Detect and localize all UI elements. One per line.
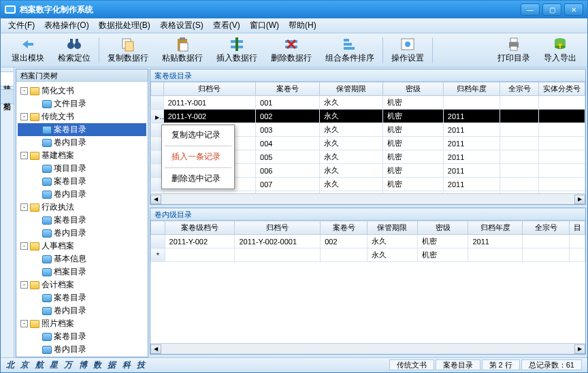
tree-expander-icon[interactable]: - [20, 320, 28, 327]
tree-node[interactable]: 卷内目录 [18, 136, 146, 149]
cell[interactable]: 2011 [443, 123, 500, 137]
cell[interactable] [500, 178, 539, 191]
tree-node[interactable]: 基本信息 [18, 253, 146, 265]
tree-expander-icon[interactable]: - [20, 113, 28, 120]
cell[interactable]: 007 [256, 178, 320, 191]
cell[interactable]: 机密 [418, 235, 468, 248]
tree-node[interactable]: -基建档案 [18, 149, 146, 162]
column-header[interactable]: 目 [570, 221, 585, 235]
tree-node[interactable]: 案卷目录 [18, 214, 146, 227]
tree-node[interactable]: 档案目录 [18, 265, 146, 278]
toolbar-import-export-button[interactable]: 导入导出 [537, 35, 583, 65]
tree-node[interactable]: 案卷目录 [18, 291, 146, 304]
toolbar-copy-button[interactable]: 复制数据行 [101, 35, 155, 65]
cell[interactable]: 2011 [443, 110, 500, 123]
cell[interactable]: 永久 [319, 123, 383, 137]
cell[interactable]: 永久 [319, 178, 383, 191]
tree-node[interactable]: 案卷目录 [18, 123, 146, 136]
tree-node[interactable]: 项目目录 [18, 162, 146, 175]
tree-node[interactable]: 卷内目录 [18, 304, 146, 317]
menu-item[interactable]: 查看(V) [208, 18, 245, 33]
cell[interactable] [570, 235, 585, 248]
table-row[interactable]: *永久机密 [151, 248, 585, 262]
lower-grid[interactable]: 案卷级档号归档号案卷号保管期限密级归档年度全宗号目2011-Y-0022011-… [150, 221, 585, 343]
menu-item[interactable]: 表格操作(O) [39, 18, 93, 33]
toolbar-delete-row-button[interactable]: 删除数据行 [264, 35, 318, 65]
cell[interactable]: 2011 [443, 150, 500, 164]
cell[interactable] [500, 164, 539, 178]
cell[interactable] [443, 96, 500, 110]
cell[interactable]: 永久 [319, 96, 383, 110]
cell[interactable]: 机密 [418, 248, 468, 262]
cell[interactable]: 001 [256, 96, 320, 110]
cell[interactable]: 2011-Y-002 [163, 110, 255, 123]
cell[interactable] [321, 248, 368, 262]
context-menu-item[interactable]: 插入一条记录 [162, 147, 234, 167]
column-header[interactable]: 全宗号 [523, 221, 570, 235]
cell[interactable] [500, 96, 539, 110]
table-row[interactable]: 2011-Y-008008永久机密2011 [151, 191, 585, 194]
cell[interactable] [165, 248, 235, 262]
column-header[interactable]: 保管期限 [319, 82, 383, 96]
side-tab[interactable]: 挂接 [0, 71, 14, 86]
scroll-left-icon[interactable]: ◀ [150, 344, 161, 354]
column-header[interactable]: 案卷号 [256, 82, 320, 96]
cell[interactable]: 永久 [319, 110, 383, 123]
tree-node[interactable]: 案卷目录 [18, 330, 146, 343]
toolbar-arrow-back-button[interactable]: 退出模块 [5, 35, 51, 65]
tree-node[interactable]: 卷内目录 [18, 343, 146, 356]
context-menu-item[interactable]: 删除选中记录 [162, 169, 234, 189]
cell[interactable] [523, 248, 570, 262]
context-menu-item[interactable]: 复制选中记录 [162, 125, 234, 145]
cell[interactable]: 机密 [383, 96, 443, 110]
column-header[interactable]: 案卷级档号 [165, 221, 235, 235]
cell[interactable] [500, 137, 539, 150]
cell[interactable] [500, 191, 539, 194]
cell[interactable] [539, 191, 585, 194]
cell[interactable]: 机密 [383, 123, 443, 137]
column-header[interactable]: 归档年度 [468, 221, 523, 235]
cell[interactable]: 003 [256, 123, 320, 137]
column-header[interactable]: 案卷号 [321, 221, 368, 235]
table-row[interactable]: 2011-Y-0022011-Y-002-0001002永久机密2011 [151, 235, 585, 248]
cell[interactable]: 永久 [319, 164, 383, 178]
cell[interactable]: 永久 [319, 137, 383, 150]
tree-expander-icon[interactable]: - [20, 87, 28, 95]
tree-node[interactable]: -人事档案 [18, 240, 146, 253]
tree-expander-icon[interactable]: - [20, 242, 28, 250]
menu-item[interactable]: 窗口(W) [245, 18, 284, 33]
tree-node[interactable]: 卷内目录 [18, 188, 146, 201]
cell[interactable] [539, 178, 585, 191]
table-row[interactable]: 2011-Y-001001永久机密 [151, 96, 585, 110]
tree-node[interactable]: -传统文书 [18, 110, 146, 123]
cell[interactable]: 机密 [383, 164, 443, 178]
cell[interactable] [539, 164, 585, 178]
side-tab[interactable]: 档案 [0, 89, 14, 104]
cell[interactable] [539, 123, 585, 137]
cell[interactable]: 2011-Y-002-0001 [235, 235, 321, 248]
lower-scrollbar[interactable]: ◀▶ [150, 343, 585, 354]
cell[interactable]: 2011 [443, 178, 500, 191]
cell[interactable]: 008 [256, 191, 320, 194]
cell[interactable]: 机密 [383, 137, 443, 150]
tree-expander-icon[interactable]: - [20, 281, 28, 289]
menu-item[interactable]: 数据批处理(B) [94, 18, 155, 33]
cell[interactable]: 永久 [319, 191, 383, 194]
scroll-right-icon[interactable]: ▶ [574, 195, 585, 204]
column-header[interactable]: 实体分类号 [539, 82, 585, 96]
cell[interactable]: 机密 [383, 191, 443, 194]
cell[interactable] [500, 110, 539, 123]
column-header[interactable]: 归档号 [235, 221, 321, 235]
scroll-right-icon[interactable]: ▶ [574, 344, 585, 354]
tree-node[interactable]: 案卷目录 [18, 175, 146, 188]
column-header[interactable]: 密级 [418, 221, 468, 235]
cell[interactable]: 永久 [367, 248, 417, 262]
tree-expander-icon[interactable]: - [20, 204, 28, 211]
cell[interactable]: 004 [256, 137, 320, 150]
toolbar-insert-row-button[interactable]: 插入数据行 [210, 35, 264, 65]
cell[interactable] [468, 248, 523, 262]
menu-item[interactable]: 表格设置(S) [155, 18, 208, 33]
menu-item[interactable]: 文件(F) [3, 18, 39, 33]
cell[interactable]: 2011 [443, 164, 500, 178]
toolbar-binoculars-button[interactable]: 检索定位 [51, 35, 97, 65]
